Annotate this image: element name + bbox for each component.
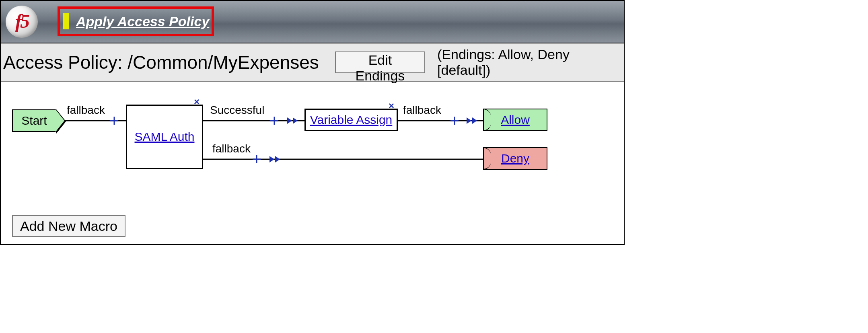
close-icon[interactable]: × <box>389 100 394 111</box>
page-title: Access Policy: /Common/MyExpenses <box>3 51 319 73</box>
variable-assign-link[interactable]: Variable Assign <box>310 113 393 127</box>
branch-label-successful: Successful <box>210 104 264 117</box>
svg-marker-17 <box>275 156 280 162</box>
close-icon[interactable]: × <box>194 96 200 107</box>
apply-access-policy-highlight: Apply Access Policy <box>58 6 214 36</box>
f5-logo: f5 <box>6 6 38 38</box>
variable-assign-node[interactable]: × Variable Assign <box>304 109 398 131</box>
top-bar: f5 Apply Access Policy <box>1 1 624 43</box>
saml-auth-link[interactable]: SAML Auth <box>135 130 195 144</box>
svg-marker-12 <box>472 117 477 124</box>
title-row: Access Policy: /Common/MyExpenses Edit E… <box>1 43 624 82</box>
branch-label-var-fallback: fallback <box>403 104 441 117</box>
saml-auth-node[interactable]: × SAML Auth <box>126 105 203 169</box>
f5-logo-text: f5 <box>15 12 28 31</box>
warning-bar-icon <box>63 13 69 29</box>
svg-marker-16 <box>269 156 274 162</box>
svg-marker-7 <box>293 117 298 124</box>
allow-link[interactable]: Allow <box>501 113 530 127</box>
add-new-macro-button[interactable]: Add New Macro <box>12 215 125 237</box>
start-node-label: Start <box>21 114 47 127</box>
svg-marker-6 <box>287 117 292 124</box>
deny-ending-node[interactable]: Deny <box>483 147 547 170</box>
branch-label-start-fallback: fallback <box>67 104 105 117</box>
apply-access-policy-link[interactable]: Apply Access Policy <box>76 14 209 29</box>
endings-summary: (Endings: Allow, Deny [default]) <box>437 47 624 78</box>
deny-link[interactable]: Deny <box>501 152 529 165</box>
edit-endings-button[interactable]: Edit Endings <box>335 51 425 73</box>
svg-marker-11 <box>467 117 471 124</box>
allow-ending-node[interactable]: Allow <box>483 109 547 131</box>
branch-label-saml-fallback: fallback <box>212 142 251 155</box>
start-node[interactable]: Start <box>12 109 56 132</box>
